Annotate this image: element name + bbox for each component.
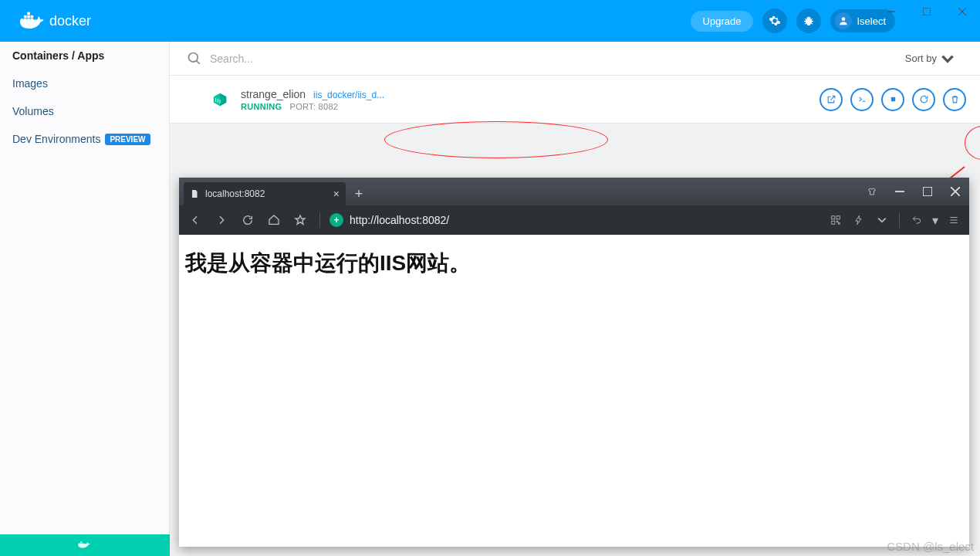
svg-rect-5: [27, 15, 30, 19]
sidebar-item-devenv[interactable]: Dev Environments PREVIEW: [0, 125, 169, 153]
browser-tabbar: localhost:8082 × +: [179, 178, 969, 205]
tab-title: localhost:8082: [205, 188, 265, 199]
brand-text: docker: [49, 13, 91, 29]
nav-back-button[interactable]: [185, 210, 205, 230]
svg-line-18: [197, 60, 200, 63]
svg-rect-16: [80, 541, 82, 543]
sidebar-item-label: Dev Environments: [12, 133, 100, 145]
toolbar-divider: [899, 212, 900, 228]
nav-home-button[interactable]: [264, 210, 284, 230]
svg-rect-27: [832, 221, 835, 224]
sidebar-item-volumes[interactable]: Volumes: [0, 97, 169, 125]
restart-button[interactable]: [912, 88, 935, 111]
stop-button[interactable]: [881, 88, 904, 111]
restart-icon: [919, 94, 929, 104]
svg-rect-6: [31, 15, 34, 19]
watermark: CSDN @ls_elect: [887, 540, 974, 553]
sort-label: Sort by: [905, 53, 937, 64]
page-heading: 我是从容器中运行的IIS网站。: [185, 249, 963, 278]
browser-minimize[interactable]: [886, 178, 914, 205]
browser-tab[interactable]: localhost:8082 ×: [184, 182, 346, 205]
container-name: strange_elion: [241, 88, 306, 100]
upgrade-button[interactable]: Upgrade: [691, 11, 754, 32]
settings-button[interactable]: [762, 8, 787, 33]
nav-forward-button[interactable]: [211, 210, 231, 230]
tab-close-button[interactable]: ×: [333, 188, 340, 200]
site-security-badge[interactable]: +: [329, 213, 343, 227]
sidebar-item-images[interactable]: Images: [0, 70, 169, 97]
reload-icon: [242, 214, 254, 226]
chevron-down-icon: [877, 215, 887, 225]
browser-extension-button[interactable]: [858, 178, 886, 205]
chevron-right-icon: [215, 214, 228, 226]
sort-dropdown[interactable]: Sort by: [905, 51, 963, 66]
sidebar-item-label: Volumes: [12, 105, 54, 117]
svg-rect-10: [923, 8, 931, 15]
qr-button[interactable]: [826, 211, 845, 229]
cli-button[interactable]: [850, 88, 874, 111]
svg-rect-4: [24, 15, 27, 19]
svg-point-8: [842, 17, 846, 21]
docker-logo: docker: [19, 12, 91, 30]
gear-icon: [769, 15, 781, 27]
search-bar: Sort by: [170, 42, 980, 76]
annotation-ellipse: [384, 121, 608, 158]
container-port: PORT: 8082: [290, 102, 339, 111]
lightning-icon: [853, 215, 864, 225]
svg-rect-22: [923, 187, 932, 196]
undo-icon: [911, 215, 922, 225]
container-row[interactable]: strange_elion iis_docker/iis_d... RUNNIN…: [170, 76, 980, 124]
container-icon: [211, 91, 228, 108]
browser-window: localhost:8082 × + + http://localhost:80…: [179, 178, 969, 547]
whale-icon: [76, 540, 94, 551]
window-controls: [874, 0, 980, 23]
new-tab-button[interactable]: +: [349, 184, 369, 204]
home-icon: [268, 214, 280, 226]
open-in-browser-button[interactable]: [819, 88, 843, 111]
search-input[interactable]: [210, 53, 905, 65]
svg-rect-7: [27, 12, 30, 15]
flash-button[interactable]: [850, 211, 868, 229]
sidebar-item-containers[interactable]: Containers / Apps: [0, 42, 169, 70]
chevron-left-icon: [189, 214, 201, 226]
chevron-down-icon: [940, 51, 955, 66]
qr-icon: [830, 215, 841, 225]
window-maximize[interactable]: [909, 0, 945, 23]
container-image: iis_docker/iis_d...: [313, 90, 384, 100]
svg-rect-19: [890, 97, 894, 101]
menu-button[interactable]: [945, 211, 963, 229]
svg-rect-25: [832, 216, 835, 219]
bug-icon: [803, 15, 815, 27]
trash-icon: [950, 94, 960, 104]
toolbar-divider: [319, 212, 320, 228]
preview-badge: PREVIEW: [105, 134, 150, 145]
svg-rect-26: [836, 216, 840, 219]
nav-bookmark-button[interactable]: [290, 210, 310, 230]
window-minimize[interactable]: [874, 0, 909, 23]
browser-maximize[interactable]: [914, 178, 941, 205]
terminal-icon: [857, 94, 867, 104]
delete-button[interactable]: [943, 88, 966, 111]
address-bar[interactable]: http://localhost:8082/: [350, 214, 820, 226]
shirt-icon: [867, 187, 877, 196]
page-icon: [190, 189, 199, 198]
whale-icon: [19, 12, 45, 30]
window-close[interactable]: [945, 0, 980, 23]
external-link-icon: [826, 94, 836, 104]
browser-close[interactable]: [941, 178, 969, 205]
hamburger-icon: [948, 215, 959, 225]
star-icon: [294, 214, 306, 226]
nav-reload-button[interactable]: [238, 210, 258, 230]
sidebar: Containers / Apps Images Volumes Dev Env…: [0, 42, 170, 556]
browser-viewport: 我是从容器中运行的IIS网站。: [179, 235, 969, 292]
browser-toolbar: + http://localhost:8082/ ▾: [179, 205, 969, 235]
undo-dropdown[interactable]: ▾: [931, 211, 940, 229]
undo-button[interactable]: [907, 211, 926, 229]
container-status: RUNNING: [241, 102, 282, 111]
stop-icon: [888, 94, 898, 104]
sidebar-footer[interactable]: [0, 534, 170, 556]
search-icon: [187, 51, 202, 66]
sidebar-item-label: Containers / Apps: [12, 49, 104, 62]
troubleshoot-button[interactable]: [796, 8, 821, 33]
flash-dropdown[interactable]: [873, 211, 891, 229]
